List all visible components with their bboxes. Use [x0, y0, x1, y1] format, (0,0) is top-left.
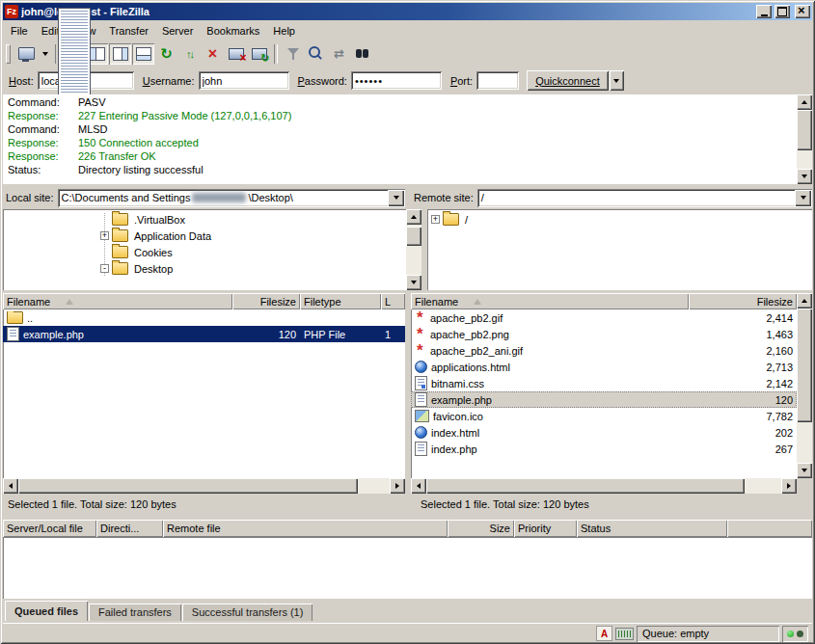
filter-icon [287, 48, 299, 55]
site-manager-button[interactable] [15, 43, 38, 65]
queue-status-text: Queue: empty [642, 628, 709, 639]
css-file-icon [415, 376, 427, 390]
file-row[interactable]: apache_pb2.png 1,463 [411, 326, 797, 342]
port-input[interactable] [476, 71, 519, 90]
quickconnect-dropdown[interactable] [610, 70, 624, 91]
username-input[interactable] [199, 71, 289, 90]
queue-column-direction[interactable]: Directi... [96, 520, 163, 537]
speedlimit-indicator-icon[interactable] [615, 628, 634, 640]
scroll-right-button[interactable] [781, 478, 797, 494]
file-row[interactable]: favicon.ico 7,782 [411, 408, 797, 424]
reconnect-button[interactable] [248, 43, 270, 65]
scroll-down-button[interactable] [406, 275, 421, 290]
column-header-filename[interactable]: Filename [3, 293, 232, 309]
file-row[interactable]: applications.html 2,713 [411, 359, 797, 375]
sync-browsing-button[interactable] [328, 43, 350, 65]
disconnect-button[interactable] [225, 43, 247, 65]
remote-site-combo[interactable]: / [477, 189, 812, 207]
scrollbar-thumb[interactable] [426, 478, 745, 494]
scroll-right-button[interactable] [390, 478, 405, 494]
queue-column-priority[interactable]: Priority [514, 520, 577, 537]
log-line: Command:PASV [3, 95, 795, 109]
host-label: Host: [9, 75, 34, 87]
scroll-up-button[interactable] [406, 209, 421, 225]
scroll-down-button[interactable] [797, 169, 812, 184]
log-scrollbar[interactable] [797, 94, 812, 184]
tree-item-application-data[interactable]: + Application Data [3, 228, 405, 244]
column-header-last-modified[interactable]: L [381, 293, 405, 309]
file-row[interactable]: apache_pb2.gif 2,414 [411, 309, 797, 326]
file-row[interactable]: bitnami.css 2,142 [411, 375, 797, 391]
file-row[interactable]: index.html 202 [411, 424, 797, 441]
remote-list-vscrollbar[interactable] [797, 293, 812, 478]
local-site-dropdown[interactable] [388, 190, 404, 206]
scrollbar-thumb[interactable] [18, 478, 358, 494]
queue-column-status[interactable]: Status [577, 520, 727, 537]
scroll-left-button[interactable] [411, 478, 426, 494]
site-manager-dropdown[interactable] [39, 43, 51, 65]
scrollbar-thumb[interactable] [797, 309, 812, 422]
scroll-up-button[interactable] [797, 293, 812, 309]
window-title: john@localhost - FileZilla [21, 6, 753, 17]
scroll-down-button[interactable] [797, 463, 812, 478]
file-row[interactable]: example.php 120 [411, 391, 797, 408]
column-header-filesize[interactable]: Filesize [232, 293, 300, 309]
scroll-left-button[interactable] [3, 478, 18, 494]
toggle-queue-button[interactable] [132, 43, 154, 65]
file-row-parent-dir[interactable]: .. [3, 309, 405, 326]
tree-item-desktop[interactable]: - Desktop [3, 260, 405, 277]
compare-directories-button[interactable] [305, 43, 327, 65]
expand-icon[interactable]: + [431, 215, 440, 224]
toolbar-gripper[interactable] [6, 44, 11, 64]
local-list-hscrollbar[interactable] [3, 478, 405, 494]
quickconnect-button[interactable]: Quickconnect [527, 70, 609, 91]
remote-site-dropdown[interactable] [795, 190, 811, 206]
cancel-button[interactable] [202, 43, 224, 65]
scroll-up-button[interactable] [797, 94, 812, 110]
queue-view-icon [136, 47, 151, 61]
tree-item-root[interactable]: + / [427, 211, 812, 228]
folder-icon [112, 213, 128, 226]
file-row[interactable]: apache_pb2_ani.gif 2,160 [411, 342, 797, 359]
tab-successful-transfers[interactable]: Successful transfers (1) [182, 604, 313, 621]
column-header-filename[interactable]: Filename [411, 293, 689, 309]
queue-column-server-local-file[interactable]: Server/Local file [3, 520, 96, 537]
tree-item-virtualbox[interactable]: .VirtualBox [3, 211, 405, 228]
remote-site-bar: Remote site: / [411, 189, 812, 207]
menu-file[interactable]: File [4, 22, 35, 40]
file-row[interactable]: example.php 120 PHP File 1 [3, 326, 405, 342]
queue-column-size[interactable]: Size [448, 520, 514, 537]
find-files-button[interactable] [351, 43, 373, 65]
menu-transfer[interactable]: Transfer [102, 22, 155, 40]
menu-server[interactable]: Server [155, 22, 200, 40]
column-header-filesize[interactable]: Filesize [689, 293, 797, 309]
tree-item-cookies[interactable]: Cookies [3, 244, 405, 260]
password-input[interactable] [351, 71, 442, 90]
local-site-combo[interactable]: C:\Documents and Settings\Desktop\ [58, 189, 405, 207]
filter-button[interactable] [282, 43, 304, 65]
expand-icon[interactable]: + [100, 231, 109, 240]
title-bar[interactable]: Fz john@localhost - FileZilla [3, 3, 812, 20]
close-button[interactable] [795, 5, 810, 18]
menu-bookmarks[interactable]: Bookmarks [200, 22, 266, 40]
menu-help[interactable]: Help [266, 22, 302, 40]
maximize-button[interactable] [774, 5, 790, 18]
minimize-button[interactable] [756, 5, 772, 18]
queue-column-remote-file[interactable]: Remote file [163, 520, 448, 537]
column-header-filetype[interactable]: Filetype [300, 293, 381, 309]
local-tree-scrollbar[interactable] [406, 209, 421, 290]
toggle-remote-tree-button[interactable] [109, 43, 131, 65]
disconnect-icon [229, 48, 244, 60]
ascii-indicator-icon[interactable] [596, 626, 612, 641]
collapse-icon[interactable]: - [100, 264, 109, 273]
remote-list-hscrollbar[interactable] [411, 478, 797, 494]
toggle-message-log-button[interactable] [63, 43, 85, 65]
tab-failed-transfers[interactable]: Failed transfers [89, 604, 181, 621]
port-label: Port: [450, 75, 473, 87]
process-queue-button[interactable] [178, 43, 201, 65]
scrollbar-thumb[interactable] [797, 110, 812, 150]
file-row[interactable]: index.php 267 [411, 441, 797, 457]
scrollbar-thumb[interactable] [406, 227, 421, 246]
refresh-button[interactable] [155, 43, 177, 65]
tab-queued-files[interactable]: Queued files [5, 601, 88, 621]
